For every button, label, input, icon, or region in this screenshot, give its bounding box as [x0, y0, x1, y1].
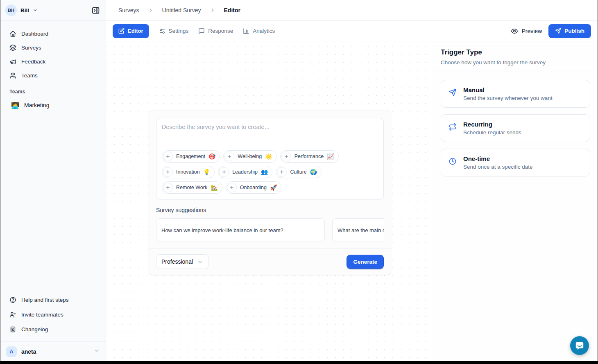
option-title: Recurring [463, 121, 521, 128]
home-icon [9, 30, 16, 37]
trigger-option-manual[interactable]: Manual Send the survey whenever you want [441, 80, 590, 108]
technologist-emoji-icon: 🧑‍💻 [11, 102, 19, 109]
sidebar: BH Bill Dashboard Surveys Feedback [0, 0, 106, 361]
bar-chart-icon [243, 28, 249, 34]
trigger-option-recurring[interactable]: Recurring Schedule regular sends [441, 114, 590, 142]
option-description: Send once at a specific date [463, 164, 533, 170]
panel-header: Trigger Type Choose how you want to trig… [433, 41, 598, 72]
chevron-right-icon [210, 7, 215, 13]
plus-icon [281, 151, 291, 161]
sidebar-item-label: Invite teammates [21, 312, 63, 318]
generate-button[interactable]: Generate [347, 255, 384, 269]
breadcrumb-surveys[interactable]: Surveys [118, 7, 139, 14]
chat-bubble-icon [198, 28, 205, 34]
chevron-right-icon [148, 7, 154, 13]
user-plus-icon [9, 311, 16, 318]
layers-icon [9, 44, 16, 51]
survey-prompt-input[interactable] [162, 124, 378, 148]
breadcrumb-untitled-survey[interactable]: Untitled Survey [162, 7, 201, 14]
option-description: Send the survey whenever you want [463, 95, 553, 101]
chevron-down-icon [94, 348, 100, 355]
sidebar-item-invite-teammates[interactable]: Invite teammates [5, 307, 101, 322]
tab-analytics[interactable]: Analytics [243, 28, 275, 34]
sidebar-item-teams[interactable]: Teams [5, 68, 101, 82]
chevron-down-icon [33, 8, 38, 13]
megaphone-icon [9, 58, 16, 65]
tone-value: Professional [161, 258, 193, 265]
editor-canvas[interactable]: Engagement 🎯 Well-being 🌟 Performance [106, 41, 433, 361]
option-title: Manual [463, 86, 553, 93]
plus-icon [227, 183, 237, 192]
suggestions-title: Survey suggestions [156, 207, 384, 213]
user-avatar: A [6, 346, 17, 357]
preview-label: Preview [521, 28, 542, 34]
toolbar-right: Preview Publish [511, 24, 591, 38]
tone-select[interactable]: Professional [156, 254, 208, 269]
main-area: Surveys Untitled Survey Editor Editor Se… [106, 0, 598, 361]
suggestion-card[interactable]: How can we improve work-life balance in … [156, 218, 325, 242]
sidebar-item-surveys[interactable]: Surveys [5, 41, 101, 54]
chat-launcher-button[interactable] [570, 336, 589, 355]
publish-label: Publish [564, 28, 584, 34]
sidebar-item-feedback[interactable]: Feedback [5, 54, 101, 68]
topic-chip-onboarding[interactable]: Onboarding 🚀 [226, 181, 282, 194]
editor-toolbar: Editor Settings Response Analytics Previ… [106, 21, 598, 41]
chat-smile-icon [575, 341, 584, 350]
topic-chip-performance[interactable]: Performance 📈 [280, 150, 339, 163]
topic-chip-engagement[interactable]: Engagement 🎯 [162, 150, 220, 163]
bulb-emoji-icon: 💡 [203, 169, 210, 175]
sidebar-spacer [0, 113, 106, 290]
preview-button[interactable]: Preview [511, 27, 542, 35]
sidebar-item-help[interactable]: Help and first steps [5, 292, 101, 307]
sidebar-footer-nav: Help and first steps Invite teammates Ch… [0, 290, 106, 338]
panel-subtitle: Choose how you want to trigger the surve… [441, 59, 590, 66]
topic-chip-innovation[interactable]: Innovation 💡 [162, 166, 215, 178]
star-emoji-icon: 🌟 [265, 153, 272, 160]
plus-icon [224, 151, 234, 161]
sidebar-item-dashboard[interactable]: Dashboard [5, 27, 101, 41]
option-text: One-time Send once at a specific date [463, 155, 533, 170]
target-emoji-icon: 🎯 [208, 153, 215, 160]
people-emoji-icon: 👥 [261, 169, 268, 175]
teams-section-label: Teams [9, 89, 97, 95]
workspace-switcher[interactable]: BH Bill [0, 0, 106, 21]
sidebar-item-label: Teams [21, 72, 38, 79]
tab-label: Editor [128, 28, 143, 34]
tab-label: Settings [169, 28, 189, 34]
option-text: Recurring Schedule regular sends [463, 121, 521, 136]
team-label: Marketing [24, 102, 49, 109]
tab-settings[interactable]: Settings [159, 28, 189, 34]
chart-emoji-icon: 📈 [327, 153, 334, 160]
topic-chip-remote-work[interactable]: Remote Work 🏡 [162, 181, 222, 194]
sliders-icon [159, 28, 165, 34]
user-menu[interactable]: A aneta [0, 341, 106, 361]
sidebar-item-label: Help and first steps [21, 297, 69, 303]
changelog-icon [9, 326, 16, 333]
panel-collapse-icon [91, 6, 100, 15]
app-window: BH Bill Dashboard Surveys Feedback [0, 0, 598, 361]
option-description: Schedule regular sends [463, 129, 521, 136]
sidebar-item-label: Changelog [21, 326, 48, 332]
topic-chip-leadership[interactable]: Leadership 👥 [218, 166, 272, 178]
suggestion-card[interactable]: What are the main ob [332, 218, 384, 242]
prompt-card: Engagement 🎯 Well-being 🌟 Performance [156, 118, 384, 199]
trigger-option-one-time[interactable]: One-time Send once at a specific date [441, 149, 590, 176]
option-text: Manual Send the survey whenever you want [463, 86, 553, 101]
sidebar-item-changelog[interactable]: Changelog [5, 322, 101, 337]
globe-emoji-icon: 🌍 [310, 169, 317, 175]
topic-chips: Engagement 🎯 Well-being 🌟 Performance [162, 150, 378, 194]
sidebar-item-marketing[interactable]: 🧑‍💻 Marketing [5, 98, 101, 113]
option-title: One-time [463, 155, 533, 162]
plus-icon [163, 151, 173, 161]
tab-editor[interactable]: Editor [113, 24, 149, 38]
tab-response[interactable]: Response [198, 28, 233, 34]
sidebar-item-label: Surveys [21, 45, 41, 51]
plus-icon [163, 183, 173, 192]
edit-icon [118, 28, 125, 34]
topic-chip-well-being[interactable]: Well-being 🌟 [223, 150, 276, 163]
publish-button[interactable]: Publish [548, 24, 591, 38]
collapse-sidebar-button[interactable] [90, 5, 101, 16]
workspace-name: Bill [20, 7, 29, 14]
workspace-avatar: BH [5, 5, 17, 16]
topic-chip-culture[interactable]: Culture 🌍 [276, 166, 322, 178]
